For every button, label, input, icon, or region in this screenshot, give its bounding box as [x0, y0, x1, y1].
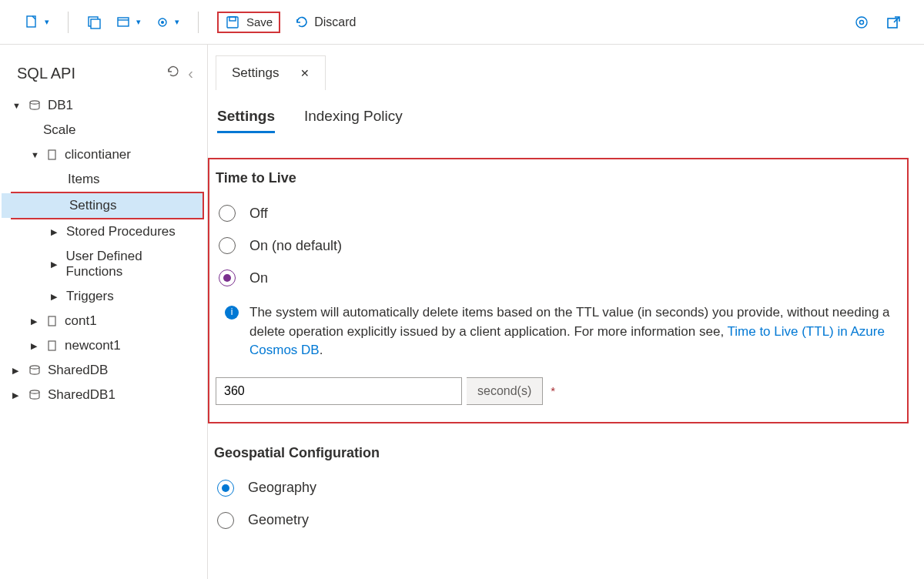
- refresh-icon[interactable]: [166, 65, 180, 82]
- main-content: Settings ✕ Settings Indexing Policy Time…: [208, 45, 924, 579]
- chevron-down-icon: ▾: [45, 17, 49, 27]
- caret-right-icon: ▶: [51, 227, 60, 237]
- svg-point-10: [860, 20, 864, 24]
- svg-rect-14: [49, 316, 55, 326]
- caret-right-icon: ▶: [12, 390, 22, 400]
- tree-udf[interactable]: ▶User Defined Functions: [0, 244, 207, 284]
- chevron-down-icon: ▾: [136, 17, 141, 27]
- database-icon: [28, 363, 42, 377]
- subtab-indexing[interactable]: Indexing Policy: [304, 108, 403, 133]
- tree-settings[interactable]: Settings: [2, 193, 203, 218]
- ttl-section: Time to Live Off On (no default) On i Th…: [208, 158, 909, 423]
- caret-right-icon: ▶: [51, 259, 59, 269]
- caret-down-icon: ▼: [31, 150, 40, 159]
- discard-label: Discard: [314, 15, 356, 29]
- tree-label: User Defined Functions: [65, 249, 196, 279]
- toolbar: ▾ ▾ ▾ Save Discard: [0, 0, 924, 45]
- tree-label: Stored Procedures: [66, 224, 176, 239]
- radio-icon-checked: [217, 480, 234, 497]
- database-icon: [28, 388, 42, 402]
- tree-label: SharedDB: [48, 363, 108, 378]
- tree-triggers[interactable]: ▶Triggers: [0, 284, 207, 309]
- svg-rect-8: [229, 17, 236, 21]
- caret-right-icon: ▶: [51, 292, 60, 302]
- radio-label: Geography: [248, 480, 316, 496]
- tree-newcont1[interactable]: ▶ newcont1: [0, 333, 207, 358]
- sidebar: SQL API ‹ ▼ DB1 Scale ▼ clicontianer Ite…: [0, 45, 208, 579]
- tree-stored-procedures[interactable]: ▶Stored Procedures: [0, 219, 207, 244]
- ttl-radio-off[interactable]: Off: [216, 197, 893, 229]
- svg-point-9: [856, 17, 867, 28]
- ttl-info: i The system will automatically delete i…: [216, 294, 893, 366]
- save-button[interactable]: Save: [217, 12, 280, 33]
- caret-down-icon: ▼: [12, 101, 22, 110]
- svg-rect-2: [91, 19, 100, 28]
- settings-dropdown-button[interactable]: ▾: [155, 15, 179, 30]
- radio-label: Geometry: [248, 512, 309, 528]
- caret-right-icon: ▶: [31, 316, 40, 326]
- gear-icon[interactable]: [853, 14, 870, 31]
- document-icon: [46, 149, 59, 161]
- sidebar-title: SQL API: [17, 65, 75, 82]
- required-indicator: *: [551, 384, 555, 397]
- new-container-button[interactable]: ▾: [116, 15, 141, 30]
- radio-label: On (no default): [249, 238, 342, 254]
- collapse-icon[interactable]: ‹: [188, 65, 193, 82]
- tree-label: clicontianer: [65, 147, 131, 162]
- subtab-settings[interactable]: Settings: [217, 108, 275, 133]
- open-external-icon[interactable]: [886, 14, 901, 31]
- document-icon: [46, 340, 59, 352]
- svg-point-12: [30, 101, 39, 104]
- toolbar-divider: [68, 12, 69, 33]
- tree-scale[interactable]: Scale: [0, 118, 207, 142]
- chevron-down-icon: ▾: [175, 17, 179, 27]
- tree-label: Scale: [43, 122, 76, 138]
- tree-db1[interactable]: ▼ DB1: [0, 93, 207, 118]
- tree-label: Triggers: [66, 289, 114, 304]
- geo-radio-geometry[interactable]: Geometry: [214, 504, 915, 537]
- toolbar-divider: [198, 12, 199, 33]
- svg-rect-7: [227, 17, 238, 28]
- tree-shareddb1[interactable]: ▶ SharedDB1: [0, 383, 207, 407]
- tabs-row: Settings ✕: [216, 45, 915, 89]
- tree-label: DB1: [48, 98, 73, 113]
- tree-label: cont1: [65, 313, 97, 329]
- caret-right-icon: ▶: [31, 341, 40, 351]
- database-icon: [28, 99, 42, 112]
- svg-rect-13: [49, 150, 55, 159]
- tab-settings[interactable]: Settings ✕: [216, 55, 326, 90]
- radio-icon-checked: [219, 269, 236, 286]
- discard-icon: [294, 15, 310, 30]
- subtabs: Settings Indexing Policy: [208, 89, 915, 139]
- close-tab-icon[interactable]: ✕: [300, 67, 310, 79]
- tree-cont1[interactable]: ▶ cont1: [0, 309, 207, 333]
- ttl-radio-on[interactable]: On: [216, 262, 893, 294]
- geo-radio-geography[interactable]: Geography: [214, 472, 915, 504]
- radio-label: Off: [249, 206, 268, 222]
- tree-items[interactable]: Items: [0, 167, 207, 192]
- caret-right-icon: ▶: [12, 366, 22, 376]
- svg-rect-15: [49, 341, 55, 350]
- svg-point-17: [30, 390, 39, 393]
- new-item-button[interactable]: [87, 15, 102, 30]
- geo-section: Geospatial Configuration Geography Geome…: [208, 423, 915, 537]
- tree-container[interactable]: ▼ clicontianer: [0, 142, 207, 167]
- tree-label: newcont1: [65, 338, 121, 353]
- ttl-value-input[interactable]: [216, 377, 462, 405]
- document-icon: [46, 315, 59, 327]
- ttl-radio-on-no-default[interactable]: On (no default): [216, 229, 893, 262]
- radio-icon: [219, 205, 236, 222]
- tab-label: Settings: [232, 65, 279, 81]
- save-label: Save: [246, 15, 273, 28]
- radio-label: On: [249, 270, 268, 286]
- svg-rect-3: [118, 18, 129, 26]
- tree-label: SharedDB1: [48, 387, 116, 403]
- save-icon: [225, 15, 240, 30]
- ttl-unit-label: second(s): [467, 377, 543, 405]
- tree-label: Items: [68, 172, 100, 187]
- discard-button[interactable]: Discard: [294, 15, 356, 30]
- tree-shareddb[interactable]: ▶ SharedDB: [0, 358, 207, 383]
- ttl-title: Time to Live: [216, 170, 893, 186]
- tree-label: Settings: [69, 198, 116, 213]
- new-sql-query-button[interactable]: ▾: [25, 15, 49, 30]
